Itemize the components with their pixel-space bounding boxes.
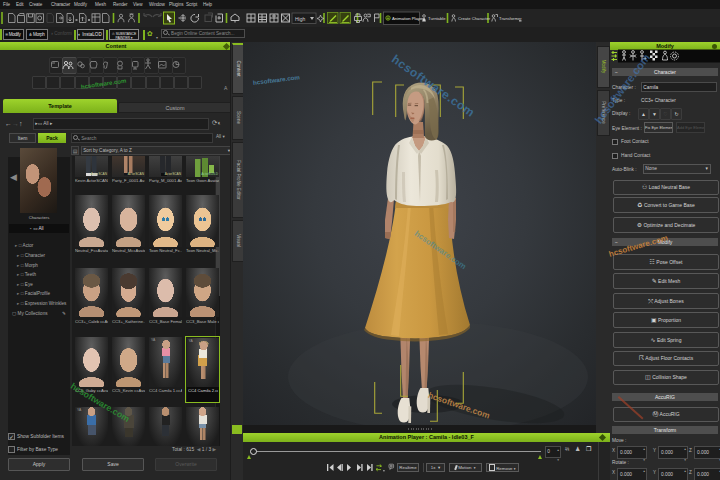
svg-text:Transformer: Transformer: [499, 16, 522, 21]
svg-text:Create Character: Create Character: [458, 16, 491, 21]
svg-text:High: High: [295, 16, 306, 22]
svg-text:Turntable: Turntable: [428, 16, 446, 21]
svg-text:Animation Player: Animation Player: [392, 16, 424, 21]
